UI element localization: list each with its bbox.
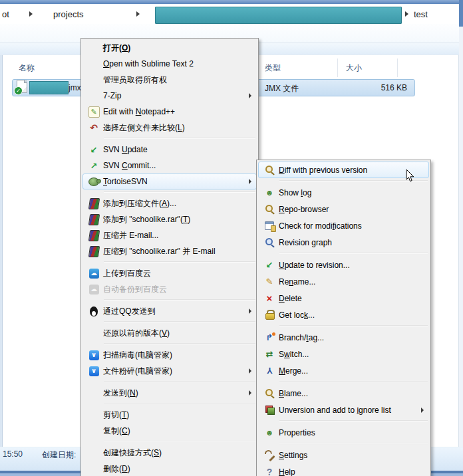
menu-item-label: 删除(D) xyxy=(103,463,130,475)
svn-commit-icon: ↗ xyxy=(88,160,100,172)
breadcrumb-projects[interactable]: projects xyxy=(53,4,84,24)
menu-item-scan-virus-pc-manager[interactable]: ∨扫描病毒(电脑管家) xyxy=(82,347,257,363)
menu-item-edit-with-notepadpp[interactable]: ✎Edit with Notepad++ xyxy=(82,104,257,120)
breadcrumb-redacted-folder[interactable] xyxy=(155,7,402,24)
window-left-edge xyxy=(0,24,3,471)
column-header-type[interactable]: 类型 xyxy=(265,62,281,74)
submenu-item-update-to-revision[interactable]: ↙Update to revision... xyxy=(258,257,429,273)
unversion-icon xyxy=(265,405,275,415)
submenu-item-repo-browser[interactable]: Repo-browser xyxy=(258,201,429,217)
menu-icon-gutter xyxy=(260,164,279,176)
menu-item-add-to-archive[interactable]: 添加到压缩文件(A)... xyxy=(82,195,257,211)
submenu-item-switch[interactable]: ⇄Switch... xyxy=(258,346,429,362)
check-modifications-icon xyxy=(265,221,274,230)
submenu-item-properties[interactable]: ☻Properties xyxy=(258,424,429,441)
menu-item-create-shortcut[interactable]: 创建快捷方式(S) xyxy=(82,445,257,461)
breadcrumb-arrow-icon[interactable] xyxy=(405,11,408,17)
submenu-arrow-icon xyxy=(249,179,251,184)
submenu-item-settings[interactable]: Settings xyxy=(258,447,429,463)
menu-item-label: Blame... xyxy=(279,389,308,398)
menu-item-delete[interactable]: 删除(D) xyxy=(82,461,257,476)
submenu-item-rename[interactable]: ✎Rename... xyxy=(258,273,429,290)
menu-item-label: Show log xyxy=(279,188,311,197)
redacted-file-name xyxy=(29,81,69,94)
context-menu: 打开(O)Open with Sublime Text 2管理员取得所有权7-Z… xyxy=(80,38,259,476)
menu-item-svn-commit[interactable]: ↗SVN Commit... xyxy=(82,158,257,174)
menu-item-send-via-qq[interactable]: 通过QQ发送到 xyxy=(82,303,257,319)
winrar-icon xyxy=(88,246,99,257)
menu-item-label: 7-Zip xyxy=(103,91,121,100)
breadcrumb-arrow-icon[interactable] xyxy=(29,11,33,17)
tsvn-properties-icon: ☻ xyxy=(264,427,275,438)
get-lock-icon xyxy=(264,309,275,320)
explorer-window: ot projects test 名称 类型 大小 jmx JMX 文件 516… xyxy=(0,0,463,476)
branch-tag-icon: ↱ xyxy=(264,332,275,343)
submenu-item-check-for-modifications[interactable]: Check for modifications xyxy=(258,217,429,234)
menu-item-send-to[interactable]: 发送到(N) xyxy=(82,385,257,401)
repo-browser-icon xyxy=(264,203,275,215)
menu-item-compress-and-email[interactable]: 压缩并 E-mail... xyxy=(82,227,257,243)
breadcrumb-arrow-icon[interactable] xyxy=(136,11,140,17)
menu-item-label: 选择左侧文件来比较(L) xyxy=(103,122,185,134)
submenu-item-get-lock[interactable]: Get lock... xyxy=(258,306,429,323)
winrar-icon xyxy=(88,230,99,241)
column-header-name[interactable]: 名称 xyxy=(19,62,35,74)
menu-item-upload-to-baidu-cloud[interactable]: ☁上传到百度云 xyxy=(82,265,257,281)
menu-item-open[interactable]: 打开(O) xyxy=(82,40,257,56)
menu-item-label: Open with Sublime Text 2 xyxy=(103,59,194,68)
submenu-item-unversion-and-ignore[interactable]: Unversion and add to ignore list xyxy=(258,402,429,418)
pc-manager-icon: ∨ xyxy=(89,350,99,360)
svn-update-icon: ↙ xyxy=(88,144,100,156)
winrar-icon xyxy=(88,198,99,209)
submenu-item-show-log[interactable]: ☻Show log xyxy=(258,184,429,201)
menu-item-compress-to-rar-and-email[interactable]: 压缩到 "schoolike.rar" 并 E-mail xyxy=(82,243,257,259)
menu-separator xyxy=(104,191,255,193)
menu-item-shred-file-pc-manager[interactable]: ∨文件粉碎(电脑管家) xyxy=(82,363,257,379)
breadcrumb-test[interactable]: test xyxy=(414,4,428,24)
show-log-icon: ☻ xyxy=(264,187,275,198)
submenu-item-branch-tag[interactable]: ↱Branch/tag... xyxy=(258,329,429,346)
submenu-item-revision-graph[interactable]: Revision graph xyxy=(258,234,429,251)
menu-item-label: Diff with previous version xyxy=(279,166,367,175)
submenu-item-merge[interactable]: YMerge... xyxy=(258,362,429,379)
menu-item-label: Settings xyxy=(279,451,307,460)
scrollbar-track[interactable] xyxy=(458,27,463,471)
menu-item-copy[interactable]: 复制(C) xyxy=(82,423,257,439)
menu-icon-gutter xyxy=(260,309,279,320)
menu-item-open-with-sublime[interactable]: Open with Sublime Text 2 xyxy=(82,56,257,72)
menu-item-7zip[interactable]: 7-Zip xyxy=(82,88,257,104)
submenu-item-help[interactable]: ?Help xyxy=(258,463,429,476)
diff-icon xyxy=(264,164,275,176)
submenu-item-diff-with-previous-version[interactable]: Diff with previous version xyxy=(258,162,429,178)
menu-item-tortoisesvn[interactable]: TortoiseSVN xyxy=(82,174,257,189)
menu-item-label: Revision graph xyxy=(279,238,332,247)
menu-item-label: 扫描病毒(电脑管家) xyxy=(103,350,172,361)
delete-icon: × xyxy=(264,293,275,304)
menu-icon-gutter xyxy=(84,178,103,186)
menu-item-cut[interactable]: 剪切(T) xyxy=(82,407,257,423)
menu-item-label: 压缩并 E-mail... xyxy=(103,230,158,241)
breadcrumb-root-partial[interactable]: ot xyxy=(2,4,9,24)
menu-item-take-ownership[interactable]: 管理员取得所有权 xyxy=(82,72,257,88)
submenu-item-blame[interactable]: Blame... xyxy=(258,385,429,402)
menu-item-label: Branch/tag... xyxy=(279,333,324,342)
menu-icon-gutter: ↙ xyxy=(84,144,103,156)
column-header-size[interactable]: 大小 xyxy=(346,62,362,74)
address-bar[interactable]: ot projects test xyxy=(0,4,459,24)
submenu-arrow-icon xyxy=(249,93,251,98)
winrar-icon xyxy=(88,214,99,225)
merge-icon: Y xyxy=(264,365,275,376)
menu-item-add-to-schoolike-rar[interactable]: 添加到 "schoolike.rar"(T) xyxy=(82,211,257,227)
column-divider[interactable] xyxy=(397,59,398,77)
menu-icon-gutter: ☁ xyxy=(84,269,103,279)
menu-icon-gutter xyxy=(260,405,279,415)
menu-item-label: TortoiseSVN xyxy=(103,177,148,186)
menu-item-restore-previous-versions[interactable]: 还原以前的版本(V) xyxy=(82,325,257,341)
menu-item-svn-update[interactable]: ↙SVN Update xyxy=(82,142,257,158)
column-divider[interactable] xyxy=(337,59,338,77)
menu-item-auto-backup-to-baidu-cloud: ☁自动备份到百度云 xyxy=(82,281,257,297)
submenu-item-delete[interactable]: ×Delete xyxy=(258,290,429,306)
menu-item-compare-left[interactable]: ↶选择左侧文件来比较(L) xyxy=(82,120,257,136)
menu-icon-gutter: ✎ xyxy=(260,276,279,287)
submenu-arrow-icon xyxy=(249,308,251,314)
